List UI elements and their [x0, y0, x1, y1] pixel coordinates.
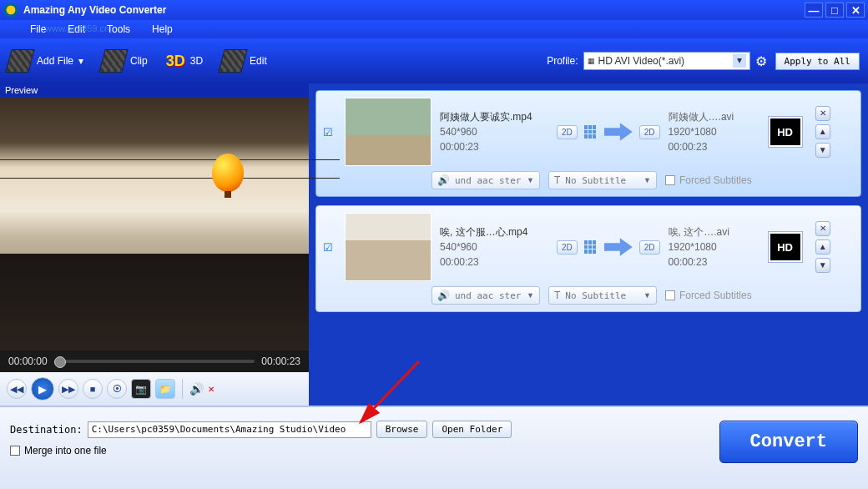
file-item[interactable]: ☑ 唉, 这个服…心.mp4 540*960 00:00:23 2D 2D 唉,… — [315, 205, 861, 312]
arrow-icon — [604, 122, 633, 142]
chevron-down-icon: ▼ — [643, 291, 651, 300]
arrow-icon — [604, 237, 633, 257]
2d-badge[interactable]: 2D — [639, 240, 660, 255]
remove-item-button[interactable]: ✕ — [815, 106, 830, 121]
balloon-icon — [212, 154, 244, 192]
output-filename: 唉, 这个….avi — [669, 224, 760, 239]
source-filename: 唉, 这个服…心.mp4 — [440, 224, 548, 239]
audio-select[interactable]: 🔊und aac ster▼ — [431, 171, 540, 189]
3d-icon: 3D — [166, 53, 185, 70]
toolbar: Add File ▾ Clip 3D 3D Edit Profile: ▦ HD… — [0, 38, 868, 83]
file-item[interactable]: ☑ 阿姨做人要诚实.mp4 540*960 00:00:23 2D 2D 阿姨做… — [315, 90, 861, 197]
output-duration: 00:00:23 — [669, 255, 760, 270]
snapshot-button[interactable]: 📷 — [131, 379, 151, 399]
subtitle-icon: T — [554, 174, 560, 186]
profile-select[interactable]: ▦ HD AVI Video(*.avi) ▾ — [583, 52, 750, 70]
menu-edit[interactable]: Edit — [68, 23, 85, 35]
preview-image — [0, 97, 309, 350]
forced-label: Forced Subtitles — [679, 290, 752, 301]
destination-label: Destination: — [10, 424, 83, 436]
app-title: Amazing Any Video Converter — [23, 4, 166, 16]
item-checkbox[interactable]: ☑ — [323, 126, 336, 139]
audio-select[interactable]: 🔊und aac ster▼ — [431, 286, 540, 305]
open-folder-button[interactable]: Open Folder — [432, 421, 512, 438]
item-checkbox[interactable]: ☑ — [323, 241, 336, 254]
edit-label: Edit — [250, 55, 267, 67]
close-button[interactable]: ✕ — [846, 3, 865, 18]
next-button[interactable]: ▶▶ — [58, 379, 78, 399]
play-button[interactable]: ▶ — [31, 377, 54, 401]
2d-badge[interactable]: 2D — [639, 125, 660, 139]
profile-value: HD AVI Video(*.avi) — [598, 55, 685, 67]
source-duration: 00:00:23 — [440, 139, 548, 154]
clip-button[interactable]: Clip — [102, 49, 148, 73]
preview-label: Preview — [0, 83, 309, 97]
source-filename: 阿姨做人要诚实.mp4 — [440, 109, 548, 124]
move-down-button[interactable]: ▼ — [815, 258, 830, 273]
playback-controls: ◀◀ ▶ ▶▶ ■ ⦿ 📷 📁 🔊 ✕ — [0, 372, 309, 406]
merge-checkbox[interactable] — [10, 446, 20, 456]
speaker-icon: 🔊 — [437, 174, 450, 186]
grid-icon — [584, 240, 598, 254]
speaker-icon[interactable]: 🔊 — [189, 382, 204, 396]
chevron-down-icon: ▼ — [527, 176, 534, 184]
output-filename: 阿姨做人….avi — [669, 109, 760, 124]
remove-item-button[interactable]: ✕ — [815, 221, 830, 236]
step-button[interactable]: ⦿ — [107, 379, 127, 399]
chevron-down-icon: ▼ — [643, 176, 651, 184]
source-resolution: 540*960 — [440, 239, 548, 255]
move-down-button[interactable]: ▼ — [815, 143, 830, 158]
edit-button[interactable]: Edit — [221, 49, 267, 73]
add-file-button[interactable]: Add File ▾ — [8, 49, 83, 73]
profile-label: Profile: — [547, 55, 578, 67]
apply-all-button[interactable]: Apply to All — [775, 53, 860, 70]
minimize-button[interactable]: — — [805, 3, 823, 18]
speaker-icon: 🔊 — [437, 290, 450, 301]
forced-label: Forced Subtitles — [679, 174, 752, 186]
svg-line-0 — [361, 361, 419, 422]
preview-pane: Preview 00:00:00 00:00:23 ◀◀ ▶ ▶▶ ■ ⦿ 📷 … — [0, 83, 309, 406]
hd-badge: HD — [769, 232, 802, 262]
grid-icon — [584, 125, 598, 139]
time-total: 00:00:23 — [261, 355, 300, 367]
destination-input[interactable] — [88, 421, 371, 438]
move-up-button[interactable]: ▲ — [815, 124, 830, 139]
stop-button[interactable]: ■ — [83, 379, 103, 399]
prev-button[interactable]: ◀◀ — [7, 379, 27, 399]
time-current: 00:00:00 — [8, 355, 48, 367]
open-folder-button[interactable]: 📁 — [155, 379, 175, 399]
move-up-button[interactable]: ▲ — [815, 239, 830, 255]
film-edit-icon — [218, 49, 248, 73]
menu-file[interactable]: File — [30, 23, 46, 35]
chevron-down-icon: ▾ — [733, 54, 746, 68]
subtitle-icon: T — [554, 290, 560, 301]
3d-label: 3D — [190, 55, 203, 67]
menu-bar: File Edit Tools Help — [0, 20, 868, 38]
output-resolution: 1920*1080 — [669, 124, 760, 139]
mute-icon: ✕ — [208, 385, 214, 394]
seek-slider[interactable] — [54, 360, 255, 363]
source-resolution: 540*960 — [440, 124, 548, 139]
source-duration: 00:00:23 — [440, 255, 548, 270]
convert-button[interactable]: Convert — [719, 421, 858, 463]
output-duration: 00:00:23 — [669, 139, 760, 154]
subtitle-select[interactable]: TNo Subtitle▼ — [548, 171, 657, 189]
red-arrow-annotation — [352, 357, 427, 432]
2d-badge[interactable]: 2D — [557, 240, 578, 255]
2d-badge[interactable]: 2D — [557, 125, 578, 139]
menu-tools[interactable]: Tools — [107, 23, 130, 35]
3d-button[interactable]: 3D 3D — [166, 53, 203, 70]
item-thumbnail — [345, 213, 431, 281]
film-add-icon — [5, 49, 35, 73]
gear-icon[interactable]: ⚙ — [755, 53, 770, 68]
subtitle-select[interactable]: TNo Subtitle▼ — [548, 286, 657, 305]
forced-checkbox[interactable] — [665, 290, 675, 300]
forced-checkbox[interactable] — [665, 175, 675, 185]
app-logo-icon — [3, 3, 18, 18]
item-thumbnail — [345, 98, 431, 166]
film-clip-icon — [98, 49, 129, 73]
chevron-down-icon: ▾ — [78, 55, 83, 67]
merge-label: Merge into one file — [24, 445, 107, 456]
menu-help[interactable]: Help — [152, 23, 173, 35]
maximize-button[interactable]: □ — [825, 3, 844, 18]
